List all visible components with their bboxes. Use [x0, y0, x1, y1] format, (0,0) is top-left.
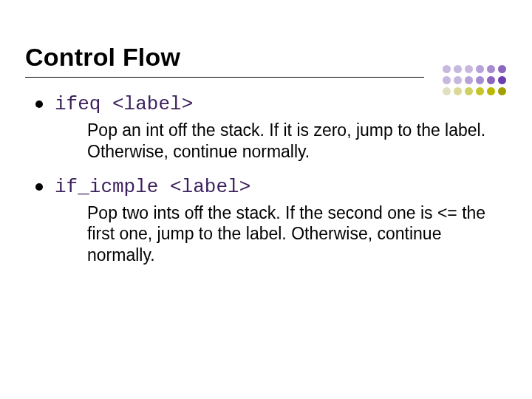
- slide: Control Flow ifeq <label> Pop an int off…: [0, 0, 532, 399]
- decorative-dot-grid: [443, 65, 507, 96]
- decorative-dot-icon: [487, 76, 495, 84]
- decorative-dot-icon: [443, 76, 451, 84]
- decorative-dot-icon: [465, 76, 473, 84]
- decorative-dot-icon: [443, 65, 451, 73]
- desc-ificmple: Pop two ints off the stack. If the secon…: [87, 202, 497, 266]
- decorative-dot-icon: [498, 87, 506, 95]
- decorative-dot-icon: [498, 65, 506, 73]
- page-title: Control Flow: [25, 43, 488, 72]
- bullet-marker-icon: [35, 100, 43, 108]
- bullet-item-ifeq: ifeq <label>: [35, 93, 497, 115]
- title-underline: [25, 77, 424, 78]
- code-ifeq: ifeq <label>: [55, 93, 193, 115]
- decorative-dot-icon: [454, 65, 462, 73]
- decorative-dot-icon: [454, 76, 462, 84]
- decorative-dot-icon: [476, 65, 484, 73]
- decorative-dot-icon: [465, 65, 473, 73]
- bullet-marker-icon: [35, 183, 43, 191]
- bullet-item-ificmple: if_icmple <label>: [35, 176, 497, 198]
- title-wrap: Control Flow: [25, 43, 488, 72]
- decorative-dot-icon: [476, 76, 484, 84]
- slide-body: ifeq <label> Pop an int off the stack. I…: [35, 93, 497, 279]
- desc-ifeq: Pop an int off the stack. If it is zero,…: [87, 120, 497, 163]
- code-ificmple: if_icmple <label>: [55, 176, 250, 198]
- decorative-dot-icon: [487, 65, 495, 73]
- decorative-dot-icon: [498, 76, 506, 84]
